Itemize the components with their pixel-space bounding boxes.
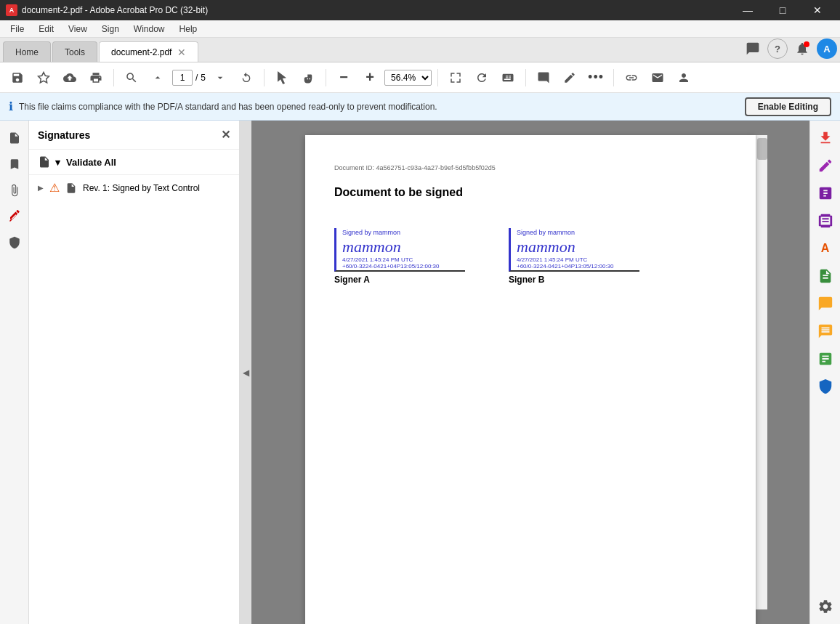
tab-document[interactable]: document-2.pdf ✕ [99,41,198,62]
highlight-button[interactable] [558,66,581,89]
tab-tools[interactable]: Tools [52,41,97,62]
upload-button[interactable] [58,66,81,89]
signature-item-0[interactable]: ▶ ⚠ Rev. 1: Signed by Text Control [29,175,239,200]
pdf-viewer[interactable]: Document ID: 4a562751-c93a-4a27-b9ef-5d5… [251,121,809,624]
help-icon[interactable]: ? [767,39,788,59]
menu-view[interactable]: View [61,20,94,37]
signer-a-stamp-line3: +60/0-3224-0421+04P13:05/12:00:30 [342,263,439,270]
prev-page-button[interactable] [146,66,169,89]
menu-file[interactable]: File [3,20,31,37]
menu-window[interactable]: Window [126,20,172,37]
signatures-row: Signed by mammon mammon 4/27/2021 1:45:2… [334,228,727,285]
extract-icon[interactable] [814,292,837,315]
keyboard-button[interactable] [496,66,520,89]
print-button[interactable] [84,66,108,89]
page-thumbnail-icon[interactable] [3,126,26,150]
menu-bar: File Edit View Sign Window Help [0,20,840,38]
email-button[interactable] [646,66,669,89]
page-input[interactable] [172,70,193,86]
save-button[interactable] [6,66,29,89]
window-controls: — □ ✕ [731,0,834,20]
toolbar-separator-6 [613,69,614,86]
title-bar: A document-2.pdf - Adobe Acrobat Pro DC … [0,0,840,20]
tab-home[interactable]: Home [3,41,51,62]
vertical-scrollbar[interactable] [756,135,767,609]
panel-title: Signatures [38,129,90,141]
zoom-select[interactable]: 56.4% 75% 100% 125% 150% [384,70,432,86]
scrollbar-thumb[interactable] [757,138,767,160]
link-button[interactable] [620,66,643,89]
customize-tools-icon[interactable] [814,595,837,618]
signer-b-block: Signed by mammon mammon 4/27/2021 1:45:2… [509,228,639,285]
spreadsheet-icon[interactable] [814,347,837,370]
bookmarks-icon[interactable] [3,153,26,176]
tab-bar: Home Tools document-2.pdf ✕ ? A [0,38,840,62]
toolbar-separator-3 [326,69,326,86]
toolbar-separator-2 [264,69,264,86]
signatures-icon[interactable] [3,205,26,228]
close-button[interactable]: ✕ [801,0,834,20]
chat-icon[interactable] [743,39,763,59]
main-content: Signatures ✕ ▾ Validate All ▶ ⚠ Rev. 1: … [0,121,840,624]
comment-button[interactable] [532,66,555,89]
redact-icon[interactable] [814,264,837,288]
zoom-out-button[interactable]: − [332,66,355,89]
dropdown-arrow: ▾ [55,157,60,168]
enable-editing-button[interactable]: Enable Editing [745,97,831,116]
search-button[interactable] [235,66,258,89]
tab-close-button[interactable]: ✕ [177,46,186,58]
next-page-button[interactable] [209,66,232,89]
notification-text: This file claims compliance with the PDF… [19,102,739,112]
expand-arrow: ▶ [38,184,44,192]
page-separator: / [195,73,198,83]
highlight-text-icon[interactable]: A [814,237,837,260]
total-pages: 5 [201,73,206,83]
scan-icon[interactable] [814,209,837,232]
comment-panel-icon[interactable] [814,320,837,343]
notifications-icon[interactable] [792,39,812,59]
organize-pages-icon[interactable] [814,182,837,205]
app-title: document-2.pdf - Adobe Acrobat Pro DC (3… [22,5,208,15]
attachments-icon[interactable] [3,179,26,202]
menu-edit[interactable]: Edit [31,20,61,37]
zoom-in-button[interactable]: + [358,66,381,89]
right-panel: ▶ A [809,121,840,624]
signatures-panel: Signatures ✕ ▾ Validate All ▶ ⚠ Rev. 1: … [29,121,240,624]
signer-a-stamp-line1: Signed by mammon [342,229,439,238]
minimize-button[interactable]: — [731,0,764,20]
edit-pdf-icon[interactable] [814,154,837,177]
zoom-out-search-button[interactable] [120,66,143,89]
stamp-icon[interactable] [3,231,26,254]
shield-icon[interactable] [814,375,837,398]
export-pdf-icon[interactable] [814,126,837,150]
rotate-button[interactable] [470,66,493,89]
doc-icon [65,182,77,194]
panel-header: Signatures ✕ [29,121,239,150]
menu-sign[interactable]: Sign [94,20,126,37]
hand-tool-button[interactable] [296,66,320,89]
toolbar-separator-4 [437,69,438,86]
more-tools-button[interactable]: ••• [584,66,607,89]
maximize-button[interactable]: □ [766,0,799,20]
menu-help[interactable]: Help [172,20,205,37]
app-icon: A [6,4,17,16]
tab-document-label: document-2.pdf [111,47,171,57]
signer-b-stamp-line3: +60/0-3224-0421+04P13:05/12:00:30 [517,263,613,270]
document-title: Document to be signed [334,186,727,199]
user-avatar[interactable]: A [817,39,837,59]
warning-icon: ⚠ [49,181,60,195]
signer-b-label: Signer B [509,275,639,285]
notification-bar: ℹ This file claims compliance with the P… [0,93,840,121]
panel-collapse-button[interactable]: ◀ [240,121,251,624]
validate-all-label: Validate All [66,157,116,168]
panel-close-button[interactable]: ✕ [221,128,230,142]
toolbar-separator-1 [113,69,114,86]
signer-a-signature: Signed by mammon mammon 4/27/2021 1:45:2… [334,228,465,272]
share-button[interactable] [672,66,695,89]
fit-page-button[interactable] [444,66,467,89]
signer-b-signature: Signed by mammon mammon 4/27/2021 1:45:2… [509,228,639,272]
signer-a-label: Signer A [334,275,465,285]
validate-all-button[interactable]: ▾ Validate All [29,150,239,175]
select-tool-button[interactable] [270,66,294,89]
bookmark-button[interactable] [32,66,55,89]
